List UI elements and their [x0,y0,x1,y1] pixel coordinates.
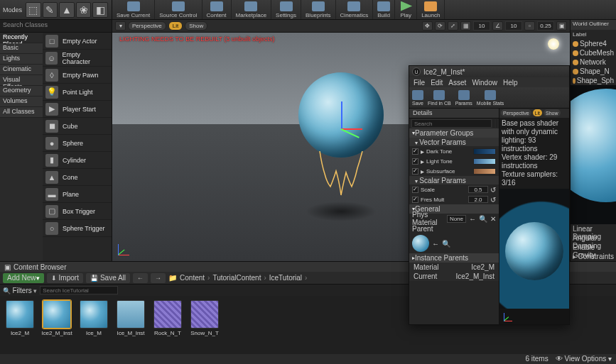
instance-parents-header[interactable]: ▸ Instance Parents [409,253,499,263]
override-checkbox[interactable] [412,197,418,203]
menu-help[interactable]: Help [503,79,518,87]
cat-lights[interactable]: Lights [0,54,43,65]
color-swatch[interactable] [473,148,496,155]
cat-cinematic[interactable]: Cinematic [0,65,43,75]
mi-find-button[interactable]: Find in CB [428,90,451,106]
play-button[interactable]: Play [395,0,417,19]
material-instance-window[interactable]: U Ice2_M_Inst* File Edit Asset Window He… [409,65,570,325]
mi-save-button[interactable]: Save [412,90,423,106]
details-row[interactable]: Linear Damping [571,224,616,233]
outliner-item[interactable]: Network [571,57,616,67]
launch-button[interactable]: Launch [417,0,445,19]
override-checkbox[interactable] [412,148,418,155]
actor-empty-actor[interactable]: □Empty Actor [43,33,112,50]
cat-visual-effects[interactable]: Visual Effects [0,75,43,86]
phys-material-select[interactable]: None [447,215,466,223]
grid-snap-icon[interactable]: ▦ [460,21,471,31]
marketplace-button[interactable]: Marketplace [232,0,272,19]
override-checkbox[interactable] [412,168,418,175]
transform-rotate-icon[interactable]: ⟳ [435,21,445,31]
foliage-mode-icon[interactable]: ❀ [76,2,92,18]
angle-snap-value[interactable]: 10 [505,21,522,31]
path-back-button[interactable]: ← [133,273,148,283]
override-checkbox[interactable] [412,187,418,193]
asset-tile[interactable]: Ice2_M_Inst [41,300,72,350]
actor-empty-character[interactable]: ☺Empty Character [43,50,112,67]
color-swatch[interactable] [473,168,496,175]
preview-show[interactable]: Show [544,109,561,116]
source-control-button[interactable]: Source Control [155,0,202,19]
browse-icon[interactable]: 🔍 [442,240,450,248]
actor-cylinder[interactable]: ▮Cylinder [43,152,112,169]
asset-tile[interactable]: Rock_N_T [152,300,183,350]
parameter-groups-header[interactable]: ▾ Parameter Groups [409,128,499,138]
parent-thumb-icon[interactable] [412,235,429,252]
actor-sphere[interactable]: ●Sphere [43,135,112,152]
menu-asset[interactable]: Asset [448,79,466,87]
transform-move-icon[interactable]: ✥ [422,21,433,31]
vector-params-header[interactable]: ▾ Vector Params [409,138,499,146]
actor-empty-pawn[interactable]: ◊Empty Pawn [43,67,112,84]
mi-params-button[interactable]: Params [455,90,472,106]
build-button[interactable]: Build [373,0,395,19]
show-dropdown[interactable]: Show [185,21,207,31]
viewport-options-icon[interactable]: ▾ [115,21,126,31]
scalar-input[interactable]: 0.5 [468,186,488,193]
scalar-params-header[interactable]: ▾ Scalar Params [409,176,499,184]
actor-cube[interactable]: ◼Cube [43,118,112,135]
filters-button[interactable]: 🔍 Filters ▾ [3,287,37,294]
details-row[interactable]: Angular Damping [571,233,616,243]
details-row[interactable]: Enable Gravity [571,243,616,252]
view-options-button[interactable]: 👁 View Options ▾ [556,355,612,363]
cat-all-classes[interactable]: All Classes [0,107,43,118]
browse-icon[interactable]: 🔍 [479,215,487,223]
add-new-button[interactable]: Add New ▾ [3,273,44,283]
expand-icon[interactable]: ▸ [421,167,424,175]
camera-speed-value[interactable]: 0.25 [537,21,554,31]
breadcrumb[interactable]: 📁 Content› TutorialContent› IceTutorial› [168,274,307,282]
content-search-input[interactable] [40,286,118,294]
outliner-item[interactable]: Sphere4 [571,39,616,48]
preview-perspective[interactable]: Perspective [501,109,531,116]
actor-box-trigger[interactable]: ▢Box Trigger [43,203,112,220]
grid-snap-value[interactable]: 10 [473,21,490,31]
preview-lit[interactable]: Lit [533,109,542,116]
material-preview-viewport[interactable] [499,189,569,309]
color-swatch[interactable] [473,158,496,165]
search-classes-input[interactable]: Search Classes [0,20,112,33]
cinematics-button[interactable]: Cinematics [336,0,374,19]
path-fwd-button[interactable]: → [151,273,166,283]
asset-tile[interactable]: Snow_N_T [189,300,220,350]
transform-scale-icon[interactable]: ⤢ [448,21,458,31]
reset-icon[interactable]: ↺ [490,186,496,194]
details-row[interactable]: ▸ Constraints [571,252,616,261]
settings-button[interactable]: Settings [271,0,301,19]
cat-geometry[interactable]: Geometry [0,86,43,96]
outliner-item[interactable]: CubeMesh [571,48,616,57]
scale-snap-icon[interactable]: ▫ [524,21,535,31]
actor-sphere-trigger[interactable]: ○Sphere Trigger [43,220,112,237]
perspective-dropdown[interactable]: Perspective [128,21,166,31]
expand-icon[interactable]: ▸ [421,158,424,165]
save-all-button[interactable]: 💾 Save All [86,273,130,283]
cat-volumes[interactable]: Volumes [0,96,43,107]
outliner-item[interactable]: Shape_Sph [571,76,616,85]
actor-cone[interactable]: ▲Cone [43,169,112,186]
mi-mobile-stats-button[interactable]: Mobile Stats [477,90,504,106]
scalar-input[interactable]: 2.0 [468,196,488,203]
menu-file[interactable]: File [414,79,425,87]
reset-icon[interactable]: ↺ [490,196,496,204]
use-icon[interactable]: ← [432,240,439,248]
actor-point-light[interactable]: 💡Point Light [43,84,112,101]
mi-titlebar[interactable]: U Ice2_M_Inst* [409,66,569,77]
clear-icon[interactable]: ✕ [490,215,496,223]
matrix-icon[interactable] [496,119,497,128]
actor-plane[interactable]: ▬Plane [43,186,112,203]
lit-dropdown[interactable]: Lit [168,21,183,31]
gizmo-z-axis-icon[interactable] [341,101,342,128]
landscape-mode-icon[interactable]: ▲ [59,2,75,18]
eye-icon[interactable] [493,119,495,128]
cat-basic[interactable]: Basic [0,43,43,54]
import-button[interactable]: ⬇ Import [47,273,83,283]
details-tab[interactable]: Details [409,109,499,118]
